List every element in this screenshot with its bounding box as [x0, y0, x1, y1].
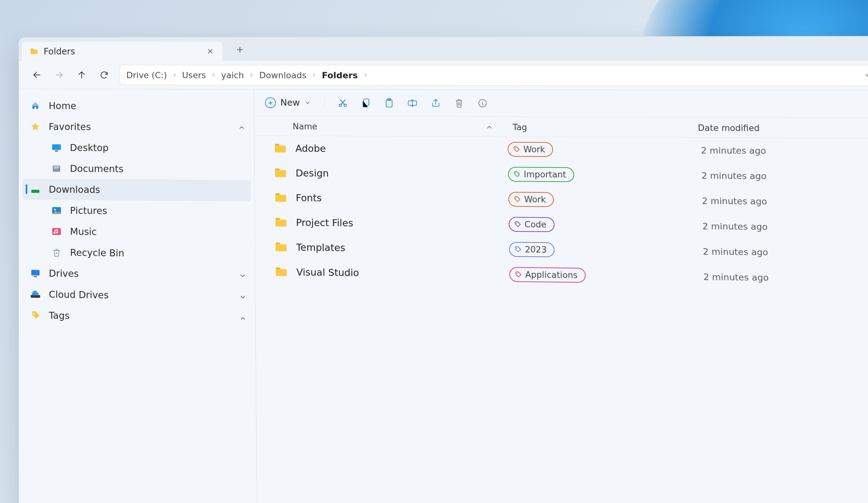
cell-tag: Work	[507, 192, 686, 208]
sidebar-item-label: Documents	[70, 163, 124, 174]
folder-icon	[275, 266, 288, 277]
cell-tag: 2023	[508, 242, 687, 259]
refresh-button[interactable]	[99, 69, 110, 81]
tab-folders[interactable]: Folders	[22, 41, 222, 61]
music-icon	[51, 226, 62, 237]
new-button[interactable]: ＋ New	[265, 97, 311, 108]
tag-pill[interactable]: 2023	[509, 242, 555, 257]
nav-buttons	[31, 69, 110, 81]
chevron-up-icon[interactable]	[239, 315, 246, 322]
tag-pill[interactable]: Work	[508, 142, 553, 157]
tab-bar: Folders	[19, 36, 868, 61]
cell-name: Adobe	[255, 143, 506, 155]
window-body: Home Favorites DesktopDocumentsDownloads…	[19, 89, 868, 503]
cell-name: Design	[255, 167, 507, 180]
sidebar-item-desktop[interactable]: Desktop	[19, 137, 255, 159]
copy-icon[interactable]	[361, 98, 371, 108]
sidebar-label: Favorites	[49, 121, 91, 133]
svg-rect-11	[31, 295, 40, 298]
back-button[interactable]	[31, 69, 42, 81]
close-tab-button[interactable]	[205, 46, 216, 56]
file-name: Project Files	[296, 217, 353, 229]
file-explorer-window: Folders Drive (C:)Usersy	[19, 36, 868, 503]
folder-icon	[273, 143, 287, 154]
downloads-icon	[30, 184, 41, 195]
cell-date: 2 minutes ago	[686, 246, 868, 259]
tag-pill[interactable]: Work	[508, 192, 554, 207]
rename-icon[interactable]	[407, 98, 417, 108]
chevron-up-icon[interactable]	[238, 124, 245, 131]
delete-icon[interactable]	[454, 98, 464, 108]
table-row[interactable]: DesignImportant2 minutes ago	[255, 160, 868, 190]
svg-point-25	[517, 273, 518, 274]
breadcrumb-item[interactable]: Users	[182, 70, 206, 80]
col-label: Name	[292, 122, 317, 132]
column-header-date[interactable]: Date modified	[684, 123, 868, 134]
cell-name: Fonts	[255, 192, 507, 205]
col-label: Tag	[513, 123, 527, 132]
sidebar-label: Cloud Drives	[49, 289, 108, 301]
sidebar-item-label: Desktop	[70, 142, 108, 154]
sidebar-item-music[interactable]: Music	[19, 221, 255, 244]
column-header-tag[interactable]: Tag	[506, 123, 685, 133]
breadcrumb-item[interactable]: yaich	[221, 70, 244, 80]
tag-label: Applications	[525, 270, 578, 280]
breadcrumb-dropdown-icon[interactable]	[864, 72, 868, 80]
table-row[interactable]: AdobeWork2 minutes ago	[255, 136, 868, 164]
breadcrumb-item[interactable]: Downloads	[259, 70, 307, 80]
share-icon[interactable]	[431, 98, 441, 108]
sidebar-section-tags[interactable]: Tags	[19, 304, 255, 329]
tag-pill[interactable]: Important	[508, 167, 574, 182]
sort-asc-icon[interactable]	[486, 124, 493, 131]
forward-button[interactable]	[53, 69, 65, 81]
svg-point-21	[515, 172, 516, 174]
svg-point-7	[54, 209, 56, 210]
breadcrumb-item[interactable]: Folders	[322, 70, 358, 80]
folder-icon	[274, 242, 288, 252]
cell-date: 2 minutes ago	[686, 196, 868, 208]
sidebar-section-drives[interactable]: Drives	[19, 262, 255, 286]
tag-pill[interactable]: Applications	[509, 267, 586, 283]
svg-rect-0	[52, 144, 61, 150]
tag-label: Work	[524, 145, 545, 154]
svg-point-22	[516, 198, 517, 199]
recycle-bin-icon	[51, 247, 62, 258]
cell-tag: Code	[507, 217, 686, 233]
sidebar-label: Tags	[49, 310, 70, 322]
column-header-name[interactable]: Name	[255, 122, 506, 132]
sidebar-label: Home	[49, 101, 76, 111]
cut-icon[interactable]	[338, 98, 348, 108]
chevron-down-icon[interactable]	[239, 272, 246, 279]
svg-rect-1	[55, 150, 58, 151]
cell-date: 2 minutes ago	[686, 221, 868, 233]
sidebar-item-documents[interactable]: Documents	[19, 158, 255, 180]
new-tab-button[interactable]	[231, 41, 249, 59]
breadcrumb[interactable]: Drive (C:)UsersyaichDownloadsFolders	[120, 65, 868, 86]
tag-pill[interactable]: Code	[509, 217, 555, 232]
star-icon	[30, 121, 41, 132]
cell-tag: Important	[507, 167, 686, 182]
sidebar-section-favorites[interactable]: Favorites	[19, 116, 254, 138]
sidebar-item-recycle-bin[interactable]: Recycle Bin	[19, 242, 255, 265]
sidebar-item-home[interactable]: Home	[19, 95, 254, 117]
sidebar-section-cloud-drives[interactable]: Cloud Drives	[19, 283, 255, 307]
sidebar-item-label: Downloads	[49, 184, 100, 195]
cell-date: 2 minutes ago	[687, 272, 868, 285]
main-panel: ＋ New	[254, 90, 868, 503]
sidebar-item-label: Music	[70, 226, 96, 237]
cloud-drive-icon	[30, 289, 41, 300]
chevron-down-icon[interactable]	[239, 293, 246, 300]
breadcrumb-item[interactable]: Drive (C:)	[126, 70, 167, 80]
svg-rect-3	[53, 166, 59, 167]
sidebar-item-pictures[interactable]: Pictures	[19, 200, 255, 222]
toolbar: ＋ New	[254, 90, 868, 118]
sidebar-label: Drives	[49, 268, 79, 279]
paste-icon[interactable]	[384, 98, 394, 108]
info-icon[interactable]	[478, 98, 487, 108]
chevron-right-icon	[211, 72, 216, 77]
sidebar: Home Favorites DesktopDocumentsDownloads…	[19, 89, 257, 503]
up-button[interactable]	[76, 69, 87, 81]
svg-rect-16	[386, 99, 392, 107]
documents-icon	[51, 163, 62, 174]
sidebar-item-downloads[interactable]: Downloads	[23, 179, 251, 201]
